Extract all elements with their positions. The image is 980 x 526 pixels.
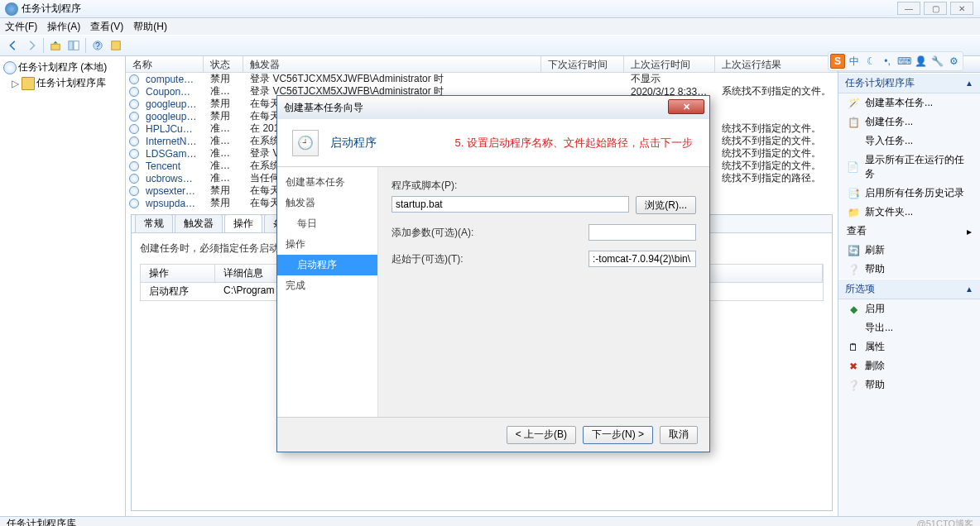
help-icon: ❔	[847, 379, 860, 392]
close-button[interactable]: ✕	[950, 2, 973, 15]
nav-finish[interactable]: 完成	[277, 275, 377, 296]
task-name: LDSGame...	[139, 148, 204, 160]
tab-triggers[interactable]: 触发器	[175, 214, 223, 232]
maximize-button[interactable]: ▢	[924, 2, 947, 15]
svg-rect-5	[112, 41, 121, 50]
task-name: Tencent	[139, 160, 204, 172]
nav-create[interactable]: 创建基本任务	[277, 172, 377, 193]
tree-library-label: 任务计划程序库	[36, 76, 106, 90]
args-input[interactable]	[588, 224, 696, 241]
ime-settings-icon[interactable]: ⚙	[946, 54, 961, 69]
action-delete[interactable]: ✖删除	[838, 356, 980, 375]
new-folder-icon: 📁	[847, 206, 860, 219]
action-refresh[interactable]: 🔄刷新	[838, 241, 980, 260]
help-button[interactable]: ?	[89, 37, 106, 54]
action-enable[interactable]: ◆启用	[838, 299, 980, 318]
nav-daily[interactable]: 每日	[277, 213, 377, 234]
tab-actions[interactable]: 操作	[224, 214, 262, 232]
action-new-folder[interactable]: 📁新文件夹...	[838, 203, 980, 222]
action-import[interactable]: 导入任务...	[838, 132, 980, 151]
dialog-titlebar[interactable]: 创建基本任务向导 ✕	[277, 96, 709, 119]
actions-pane: 操作 任务计划程序库▲ 🪄创建基本任务... 📋创建任务... 导入任务... …	[838, 56, 980, 516]
task-icon	[126, 86, 139, 98]
menu-file[interactable]: 文件(F)	[5, 20, 37, 34]
ime-toolbar[interactable]: S 中 ☾ •, ⌨ 👤 🔧 ⚙	[828, 51, 963, 71]
actions-section-selected[interactable]: 所选项▲	[838, 279, 980, 299]
forward-button[interactable]	[23, 37, 40, 54]
statusbar: 任务计划程序库 @51CTO博客	[0, 516, 980, 526]
ime-moon-icon[interactable]: ☾	[863, 54, 878, 69]
col-next[interactable]: 下次运行时间	[541, 56, 624, 72]
svg-rect-1	[69, 41, 73, 50]
task-result: 统找不到指定的路径。	[715, 171, 838, 185]
tab-general[interactable]: 常规	[135, 214, 173, 232]
dialog-close-button[interactable]: ✕	[668, 99, 704, 114]
startin-label: 起始于(可选)(T):	[392, 252, 582, 266]
minimize-button[interactable]: —	[897, 2, 920, 15]
ime-account-icon[interactable]: 👤	[913, 54, 928, 69]
back-button[interactable]: < 上一步(B)	[507, 426, 576, 444]
ime-punct-icon[interactable]: •,	[880, 54, 895, 69]
menu-view[interactable]: 查看(V)	[90, 20, 123, 34]
running-icon: 📄	[847, 160, 860, 174]
action-export[interactable]: 导出...	[838, 318, 980, 337]
refresh-icon: 🔄	[847, 244, 860, 257]
col-name[interactable]: 名称	[126, 56, 204, 72]
action-create-task[interactable]: 📋创建任务...	[838, 112, 980, 132]
menu-help[interactable]: 帮助(H)	[133, 20, 167, 34]
menu-action[interactable]: 操作(A)	[47, 20, 80, 34]
task-status: 禁用	[204, 196, 243, 210]
task-name: googleupd...	[139, 111, 204, 122]
show-tree-button[interactable]	[65, 37, 82, 54]
nav-action[interactable]: 操作	[277, 234, 377, 255]
col-result[interactable]: 上次运行结果	[715, 56, 838, 72]
browse-button[interactable]: 浏览(R)...	[636, 196, 696, 214]
tree-library[interactable]: ▷ 任务计划程序库	[3, 75, 122, 91]
tree-root-label: 任务计划程序 (本地)	[18, 60, 107, 74]
up-button[interactable]	[47, 37, 64, 54]
watermark: @51CTO博客	[917, 518, 973, 526]
detail-col-action[interactable]: 操作	[141, 265, 215, 282]
next-button[interactable]: 下一步(N) >	[583, 426, 653, 444]
action-help2[interactable]: ❔帮助	[838, 375, 980, 394]
task-name: googleupd...	[139, 98, 204, 110]
ime-keyboard-icon[interactable]: ⌨	[896, 54, 911, 69]
startin-input[interactable]	[588, 251, 696, 267]
dialog-banner-title: 启动程序	[330, 136, 377, 151]
action-help[interactable]: ❔帮助	[838, 260, 980, 279]
action-view[interactable]: 查看▸	[838, 222, 980, 241]
properties-button[interactable]	[108, 37, 124, 54]
task-icon	[126, 173, 139, 184]
action-show-running[interactable]: 📄显示所有正在运行的任务	[838, 151, 980, 184]
col-status[interactable]: 状态	[204, 56, 243, 72]
svg-rect-0	[51, 44, 60, 50]
actions-section-library[interactable]: 任务计划程序库▲	[838, 73, 980, 93]
task-icon	[126, 148, 139, 160]
cancel-button[interactable]: 取消	[660, 426, 698, 444]
dialog-footer: < 上一步(B) 下一步(N) > 取消	[277, 417, 709, 452]
program-input[interactable]	[392, 196, 629, 213]
task-row[interactable]: computerz...禁用登录 VC56TJCXM5XJWFB\Adminis…	[126, 73, 838, 85]
ime-logo-icon[interactable]: S	[830, 54, 845, 69]
ime-tools-icon[interactable]: 🔧	[930, 54, 944, 69]
svg-rect-2	[74, 41, 79, 50]
tree-root[interactable]: 任务计划程序 (本地)	[3, 60, 122, 75]
task-name: computerz...	[139, 74, 204, 85]
task-name: HPLJCustPa...	[139, 123, 204, 135]
task-last: 不显示	[624, 72, 715, 86]
action-create-basic[interactable]: 🪄创建基本任务...	[838, 93, 980, 112]
col-last[interactable]: 上次运行时间	[624, 56, 715, 72]
action-enable-history[interactable]: 📑启用所有任务历史记录	[838, 184, 980, 203]
delete-icon: ✖	[847, 360, 860, 373]
nav-start-program[interactable]: 启动程序	[277, 255, 377, 275]
help-icon: ❔	[847, 263, 860, 276]
task-name: ucbrowser...	[139, 173, 204, 184]
col-trigger[interactable]: 触发器	[243, 56, 541, 72]
ime-lang-icon[interactable]: 中	[847, 54, 862, 69]
task-icon	[126, 98, 139, 110]
nav-trigger[interactable]: 触发器	[277, 193, 377, 213]
back-button[interactable]	[5, 37, 22, 54]
task-icon	[126, 185, 139, 197]
action-properties[interactable]: 🗒属性	[838, 337, 980, 356]
expand-icon[interactable]: ▷	[12, 78, 20, 89]
